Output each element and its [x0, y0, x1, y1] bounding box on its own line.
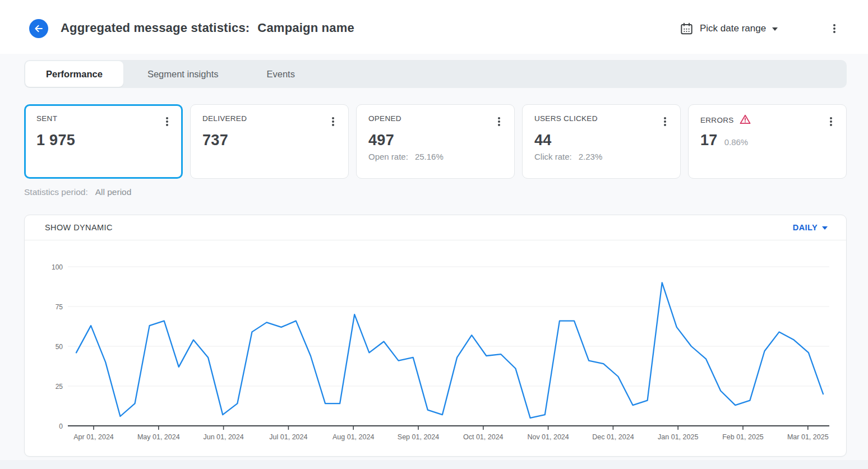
back-button[interactable]: [29, 19, 48, 38]
card-sent-value: 1 975: [36, 132, 75, 149]
card-users-clicked-label: USERS CLICKED: [534, 114, 598, 123]
svg-text:75: 75: [56, 303, 63, 311]
svg-text:Sep 01, 2024: Sep 01, 2024: [398, 433, 439, 441]
card-users-clicked[interactable]: USERS CLICKED 44 Click rate: 2.23%: [522, 104, 681, 179]
kebab-icon: [664, 120, 666, 123]
tab-performance[interactable]: Performance: [25, 61, 123, 87]
arrow-left-icon: [34, 24, 44, 34]
date-range-label: Pick date range: [700, 23, 766, 34]
svg-text:Jun 01, 2024: Jun 01, 2024: [203, 433, 243, 441]
svg-text:25: 25: [56, 383, 63, 391]
kebab-icon: [833, 27, 835, 30]
svg-text:Aug 01, 2024: Aug 01, 2024: [333, 433, 374, 441]
card-errors-label: ERRORS: [700, 116, 734, 124]
card-sent-more-button[interactable]: [161, 115, 173, 128]
svg-text:Mar 01, 2025: Mar 01, 2025: [787, 433, 829, 441]
page-title-text: Aggregated message statistics:: [61, 21, 250, 35]
svg-text:Feb 01, 2025: Feb 01, 2025: [722, 433, 764, 441]
card-sent[interactable]: SENT 1 975: [24, 104, 183, 179]
click-rate-value: 2.23%: [579, 152, 603, 161]
card-users-clicked-more-button[interactable]: [659, 115, 671, 128]
svg-text:50: 50: [56, 343, 63, 351]
card-opened[interactable]: OPENED 497 Open rate: 25.16%: [356, 104, 515, 179]
calendar-icon: [680, 22, 694, 36]
kebab-icon: [166, 120, 168, 123]
statistics-period-label: Statistics period:: [24, 187, 88, 197]
interval-label: DAILY: [793, 223, 818, 232]
card-errors-value: 17: [700, 132, 718, 149]
card-delivered-value: 737: [202, 132, 228, 149]
tab-segment-insights[interactable]: Segment insights: [123, 61, 243, 87]
card-opened-label: OPENED: [368, 114, 401, 123]
kebab-icon: [830, 120, 832, 123]
page: Aggregated message statistics: Campaign …: [0, 0, 868, 469]
interval-dropdown[interactable]: DAILY: [793, 223, 828, 232]
svg-text:Apr 01, 2024: Apr 01, 2024: [73, 433, 114, 441]
svg-text:100: 100: [52, 263, 63, 271]
svg-text:0: 0: [59, 422, 63, 430]
chevron-down-icon: [822, 226, 828, 230]
card-errors-more-button[interactable]: [825, 115, 837, 128]
warning-icon: [739, 113, 751, 126]
card-sent-label: SENT: [36, 114, 57, 123]
card-users-clicked-value: 44: [534, 132, 552, 149]
card-delivered[interactable]: DELIVERED 737: [190, 104, 349, 179]
campaign-name: Campaign name: [257, 21, 354, 35]
line-chart: 0255075100Apr 01, 2024May 01, 2024Jun 01…: [25, 242, 846, 454]
chart-header: SHOW DYNAMIC DAILY: [25, 215, 846, 240]
open-rate-label: Open rate:: [368, 152, 408, 161]
tab-events[interactable]: Events: [242, 61, 318, 87]
svg-text:Jul 01, 2024: Jul 01, 2024: [269, 433, 307, 441]
card-errors[interactable]: ERRORS 17 0.86%: [688, 104, 847, 179]
date-range-button[interactable]: Pick date range: [680, 20, 778, 38]
chevron-down-icon: [772, 27, 778, 31]
tab-bar: Performance Segment insights Events: [24, 60, 847, 88]
stat-cards-row: SENT 1 975 DELIVERED 737 OPENED 497 Open…: [24, 104, 847, 179]
open-rate-value: 25.16%: [415, 152, 444, 161]
svg-text:Dec 01, 2024: Dec 01, 2024: [592, 433, 634, 441]
page-bottom-strip: [0, 460, 868, 469]
click-rate-label: Click rate:: [534, 152, 572, 161]
kebab-icon: [498, 120, 500, 123]
svg-text:Oct 01, 2024: Oct 01, 2024: [463, 433, 504, 441]
chart-panel: SHOW DYNAMIC DAILY 0255075100Apr 01, 202…: [24, 215, 847, 457]
card-opened-more-button[interactable]: [493, 115, 505, 128]
kebab-icon: [332, 120, 334, 123]
chart-title: SHOW DYNAMIC: [45, 223, 113, 232]
svg-text:Jan 01, 2025: Jan 01, 2025: [658, 433, 698, 441]
statistics-period: Statistics period: All period: [24, 187, 131, 197]
statistics-period-value: All period: [95, 187, 132, 197]
error-rate-value: 0.86%: [724, 137, 749, 147]
card-opened-value: 497: [368, 132, 394, 149]
header-more-button[interactable]: [828, 21, 841, 36]
page-title: Aggregated message statistics: Campaign …: [61, 21, 354, 35]
card-delivered-more-button[interactable]: [327, 115, 339, 128]
card-delivered-label: DELIVERED: [202, 114, 247, 123]
svg-text:Nov 01, 2024: Nov 01, 2024: [527, 433, 569, 441]
svg-text:May 01, 2024: May 01, 2024: [137, 433, 180, 441]
